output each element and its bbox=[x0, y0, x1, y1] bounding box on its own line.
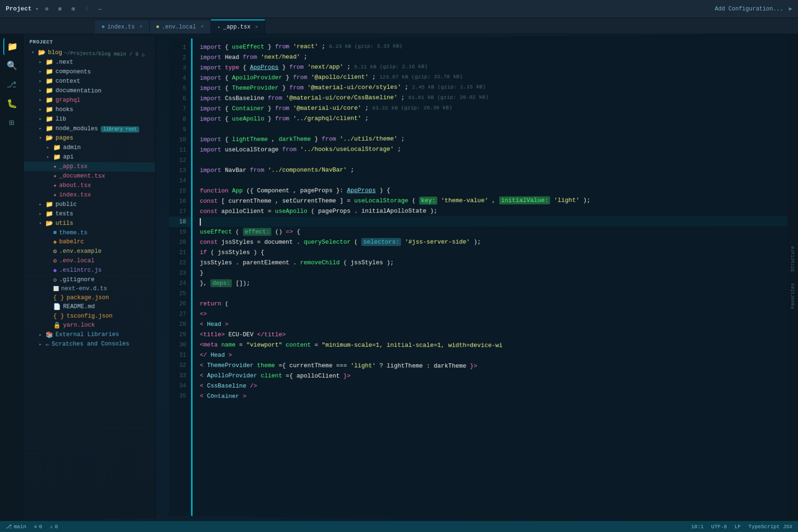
arrow-icon: ▸ bbox=[39, 332, 44, 338]
main-area: 📁 🔍 ⎇ 🐛 ⊞ PROJECT ▾ 📂 blog ~/Projects/bl… bbox=[0, 34, 798, 521]
code-text: , bbox=[275, 198, 282, 205]
tree-item-gitignore[interactable]: ◇ .gitignore bbox=[24, 275, 155, 285]
tree-item-babelrc[interactable]: ◈ babelrc bbox=[24, 237, 155, 247]
add-config-label[interactable]: Add Configuration... bbox=[715, 6, 783, 12]
code-line-22: jssStyles . parentElement . removeChild … bbox=[200, 257, 788, 268]
fullscreen-icon[interactable]: ⊠ bbox=[56, 5, 64, 13]
tab-label: index.ts bbox=[107, 24, 135, 30]
code-text: ? bbox=[380, 362, 387, 370]
arrow-icon: ▸ bbox=[39, 125, 44, 131]
highlight-selector: selectors: bbox=[361, 238, 401, 246]
structure-tab[interactable]: Structure bbox=[788, 240, 798, 277]
tree-item-utils[interactable]: ▾ 📂 utils bbox=[24, 218, 155, 228]
extensions-icon[interactable]: ⊞ bbox=[3, 114, 20, 131]
tab-env-local[interactable]: ■ .env.local × bbox=[150, 19, 211, 34]
tree-item-document-tsx[interactable]: ✦ _document.tsx bbox=[24, 171, 155, 181]
tree-item-env-local[interactable]: ⚙ .env.local bbox=[24, 256, 155, 266]
code-text: removeChild bbox=[300, 259, 340, 266]
code-line-21: if ( jssStyles ) { bbox=[200, 247, 788, 258]
code-text: }, bbox=[200, 280, 211, 287]
favorites-tab[interactable]: Favorites bbox=[788, 277, 798, 314]
git-icon[interactable]: ⎇ bbox=[3, 76, 20, 93]
code-line-23: } bbox=[200, 268, 788, 278]
code-lines: import { useEffect } from 'react' ; 8.23… bbox=[192, 34, 788, 521]
tree-item-theme-ts[interactable]: ■ theme.ts bbox=[24, 228, 155, 238]
line-ending-label: LF bbox=[734, 524, 741, 530]
language-status[interactable]: TypeScript JSX bbox=[749, 524, 792, 530]
tab-close-icon[interactable]: × bbox=[201, 24, 204, 29]
tree-label: package.json bbox=[66, 294, 109, 301]
tree-item-next-env[interactable]: ⬜ next-env.d.ts bbox=[24, 285, 155, 293]
run-button[interactable]: ▶ bbox=[789, 5, 792, 12]
line-num-20: 20 bbox=[169, 238, 190, 248]
tree-item-eslintrc[interactable]: ◆ .eslintrc.js bbox=[24, 266, 155, 275]
encoding-status[interactable]: UTF-8 bbox=[711, 524, 727, 530]
tsx-file-icon: ✦ bbox=[53, 191, 57, 199]
explorer-icon[interactable]: 📁 bbox=[3, 38, 20, 55]
code-line-25 bbox=[200, 289, 788, 299]
tsx-file-icon: ✦ bbox=[53, 172, 57, 180]
folder-icon: 📁 bbox=[46, 77, 53, 85]
code-editor[interactable]: 1 2 3 4 5 6 7 8 9 10 11 12 13 14 15 16 1 bbox=[169, 34, 798, 521]
folder-icon: 📁 bbox=[53, 153, 61, 161]
tree-label: api bbox=[63, 154, 74, 161]
line-num-35: 35 bbox=[169, 391, 190, 401]
folder-icon: 📁 bbox=[46, 210, 53, 218]
jsx-tag: > bbox=[243, 393, 247, 400]
tree-item-readme[interactable]: 📄 README.md bbox=[24, 302, 155, 312]
warnings-status[interactable]: ⚠ 0 bbox=[50, 523, 58, 530]
errors-status[interactable]: ✕ 0 bbox=[34, 523, 42, 530]
jsx-tag: < bbox=[200, 321, 204, 328]
debug-icon[interactable]: 🐛 bbox=[3, 95, 20, 112]
cursor-position: 18:1 bbox=[691, 524, 703, 530]
code-text: useEffect bbox=[200, 228, 232, 236]
project-dropdown-icon[interactable]: ▾ bbox=[36, 6, 39, 12]
tree-label: .next bbox=[56, 59, 73, 66]
tab-close-icon[interactable]: × bbox=[140, 24, 142, 29]
folder-icon: 📁 bbox=[46, 124, 53, 132]
tab-index-ts[interactable]: ■ index.ts × bbox=[95, 19, 150, 34]
tree-item-tests[interactable]: ▸ 📁 tests bbox=[24, 209, 155, 219]
tree-item-package-json[interactable]: { } package.json bbox=[24, 293, 155, 302]
tsx-icon: ✦ bbox=[218, 24, 220, 30]
tree-item-about-tsx[interactable]: ✦ about.tsx bbox=[24, 180, 155, 190]
tree-item-scratches[interactable]: ▸ ✏ Scratches and Consoles bbox=[24, 339, 155, 349]
settings-icon[interactable]: ⚙ bbox=[42, 5, 51, 13]
tree-item-public[interactable]: ▸ 📁 public bbox=[24, 200, 155, 209]
more-icon[interactable]: ⋮ bbox=[82, 5, 91, 13]
arrow-icon: ▸ bbox=[39, 87, 44, 93]
layout-icon[interactable]: ⊞ bbox=[69, 5, 77, 13]
tree-label: yarn.lock bbox=[63, 322, 95, 329]
folder-icon: 📁 bbox=[46, 200, 53, 208]
line-num-1: 1 bbox=[169, 42, 190, 53]
tree-item-yarn-lock[interactable]: 🔒 yarn.lock bbox=[24, 320, 155, 330]
tree-item-env-example[interactable]: ⚙ .env.example bbox=[24, 247, 155, 256]
jsx-tag: < bbox=[200, 362, 204, 369]
tree-item-app-tsx[interactable]: ✦ _app.tsx bbox=[24, 162, 155, 172]
line-ending-status[interactable]: LF bbox=[734, 524, 741, 530]
tree-item-tsconfig[interactable]: { } tsconfig.json bbox=[24, 311, 155, 321]
code-text: ; bbox=[322, 43, 325, 50]
code-text: ] = bbox=[340, 197, 354, 204]
code-text: = bbox=[314, 342, 318, 349]
text-cursor bbox=[200, 218, 201, 226]
code-text: } bbox=[314, 135, 322, 142]
arrow-icon: ▾ bbox=[39, 135, 44, 141]
code-text: ECU-DEV bbox=[228, 331, 254, 338]
type: AppProps bbox=[347, 187, 376, 194]
line-num-25: 25 bbox=[169, 289, 190, 299]
search-icon[interactable]: 🔍 bbox=[3, 57, 20, 74]
code-text: jssStyles bbox=[221, 238, 257, 246]
code-text: useEffect bbox=[232, 43, 264, 50]
env-file-icon: ⚙ bbox=[53, 247, 57, 255]
arrow-icon: ▸ bbox=[47, 144, 51, 150]
tree-item-api[interactable]: ▸ 📁 api bbox=[24, 152, 155, 162]
line-num-23: 23 bbox=[169, 268, 190, 278]
jsx-tag: <> bbox=[200, 311, 207, 318]
tree-item-index-tsx[interactable]: ✦ index.tsx bbox=[24, 190, 155, 200]
code-text: parentElement bbox=[243, 259, 289, 266]
tab-app-tsx[interactable]: ✦ _app.tsx × bbox=[211, 19, 266, 34]
minimize-icon[interactable]: — bbox=[95, 5, 104, 13]
tab-close-icon[interactable]: × bbox=[255, 25, 258, 30]
git-branch-status[interactable]: ⎇ main bbox=[6, 523, 26, 530]
